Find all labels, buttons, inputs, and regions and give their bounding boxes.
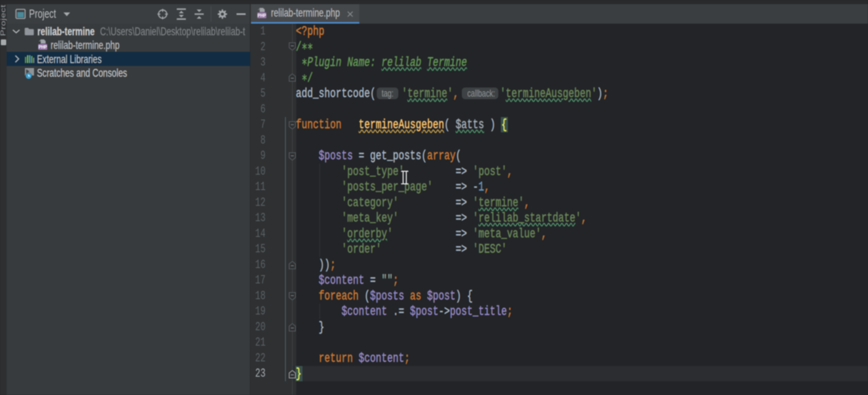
- svg-text:PHP: PHP: [258, 13, 266, 18]
- svg-text:PHP: PHP: [39, 45, 47, 49]
